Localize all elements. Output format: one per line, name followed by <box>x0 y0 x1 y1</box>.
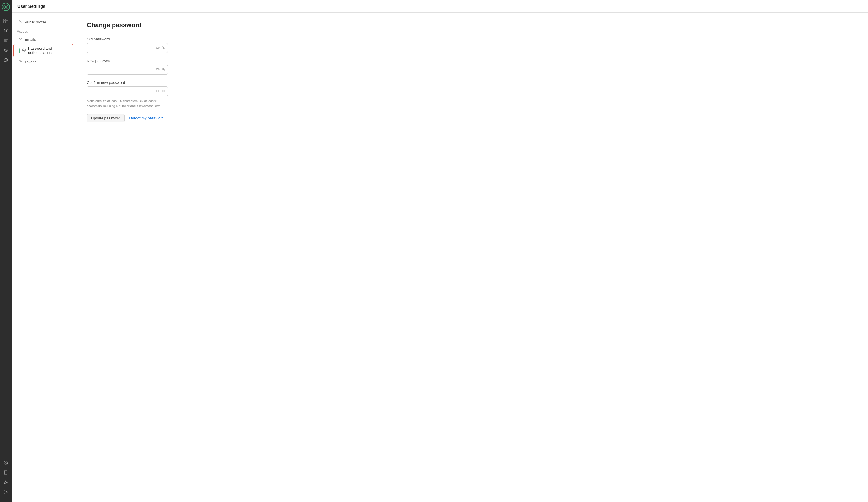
content-area: Public profile Access Emails <box>12 13 868 502</box>
main-area: User Settings Public profile Access <box>12 0 868 502</box>
book-icon[interactable] <box>2 469 10 477</box>
svg-point-21 <box>163 69 164 70</box>
svg-point-15 <box>19 61 21 62</box>
new-password-label: New password <box>87 59 856 63</box>
sidebar-item-emails[interactable]: Emails <box>13 35 73 44</box>
svg-point-18 <box>163 47 164 48</box>
app-logo <box>2 3 10 11</box>
icon-rail <box>0 0 12 502</box>
email-icon <box>19 37 22 42</box>
confirm-password-icons <box>156 89 165 94</box>
svg-rect-3 <box>4 19 6 21</box>
confirm-password-label: Confirm new password <box>87 80 856 85</box>
passkey-icon <box>156 46 160 51</box>
sidebar-item-password-auth[interactable]: Password and authentication <box>13 44 73 57</box>
passkey-icon-3 <box>156 89 160 94</box>
eye-slash-icon-2 <box>162 67 165 72</box>
sidebar-item-public-profile[interactable]: Public profile <box>13 18 73 26</box>
passkey-icon-2 <box>156 67 160 72</box>
settings-icon[interactable] <box>2 478 10 487</box>
new-password-icons <box>156 67 165 72</box>
svg-rect-5 <box>4 21 6 23</box>
settings-sidebar: Public profile Access Emails <box>12 13 75 502</box>
sidebar-section-access: Access <box>12 27 75 35</box>
svg-point-17 <box>157 48 157 48</box>
old-password-icons <box>156 46 165 51</box>
update-password-button[interactable]: Update password <box>87 114 125 122</box>
logout-icon[interactable] <box>2 488 10 496</box>
eye-slash-icon-3 <box>162 89 165 94</box>
page-header-title: User Settings <box>17 4 45 9</box>
dashboard-icon[interactable] <box>2 17 10 25</box>
layers-icon[interactable] <box>2 27 10 35</box>
key-icon <box>19 60 22 64</box>
svg-point-11 <box>5 482 7 483</box>
svg-point-23 <box>157 91 157 91</box>
sidebar-item-tokens[interactable]: Tokens <box>13 57 73 66</box>
forgot-password-link[interactable]: I forgot my password <box>129 116 164 120</box>
shield-icon <box>22 48 26 53</box>
svg-point-20 <box>157 69 157 70</box>
globe-icon[interactable] <box>2 56 10 64</box>
sidebar-label-tokens: Tokens <box>24 60 37 64</box>
projects-icon[interactable] <box>2 36 10 44</box>
svg-point-24 <box>163 91 164 91</box>
sidebar-label-password-auth: Password and authentication <box>28 46 68 55</box>
svg-point-8 <box>5 50 6 51</box>
sidebar-label-emails: Emails <box>24 37 36 42</box>
stack-icon[interactable] <box>2 46 10 54</box>
svg-point-12 <box>20 20 21 22</box>
clock-icon[interactable] <box>2 459 10 467</box>
svg-rect-4 <box>6 19 8 21</box>
confirm-password-input[interactable] <box>87 86 168 96</box>
top-bar: User Settings <box>12 0 868 13</box>
svg-point-2 <box>5 6 7 8</box>
old-password-group: Old password <box>87 37 856 53</box>
page-content: Change password Old password <box>75 13 868 502</box>
new-password-wrapper <box>87 65 168 75</box>
svg-rect-6 <box>6 21 8 23</box>
new-password-input[interactable] <box>87 65 168 75</box>
confirm-password-group: Confirm new password <box>87 80 856 108</box>
sidebar-label-public-profile: Public profile <box>24 20 46 24</box>
svg-point-14 <box>23 50 24 51</box>
old-password-wrapper <box>87 43 168 53</box>
form-actions: Update password I forgot my password <box>87 114 856 122</box>
user-icon <box>19 20 22 24</box>
old-password-label: Old password <box>87 37 856 41</box>
svg-rect-13 <box>19 38 22 40</box>
svg-point-7 <box>4 49 7 52</box>
password-hint: Make sure it's at least 15 characters OR… <box>87 98 168 108</box>
new-password-group: New password <box>87 59 856 75</box>
active-indicator <box>19 48 20 53</box>
confirm-password-wrapper <box>87 86 168 96</box>
rail-bottom-icons <box>2 459 10 499</box>
eye-slash-icon <box>162 46 165 51</box>
old-password-input[interactable] <box>87 43 168 53</box>
page-title: Change password <box>87 21 856 29</box>
